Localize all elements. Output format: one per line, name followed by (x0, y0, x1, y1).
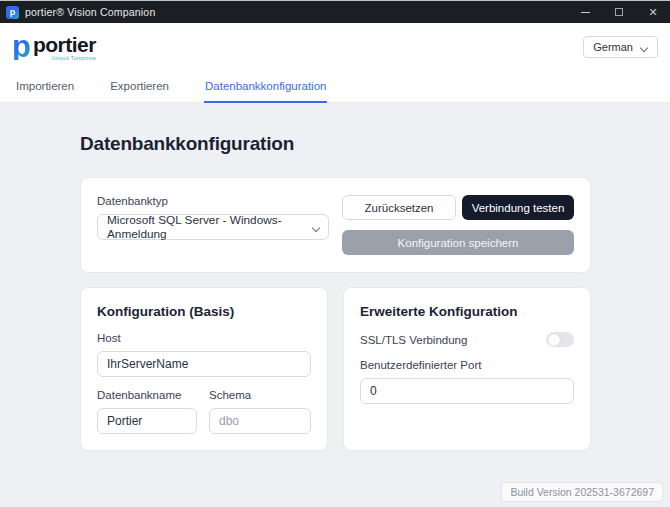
database-type-selected-value: Microsoft SQL Server - Windows-Anmeldung (107, 213, 313, 241)
brand-name: portier (33, 34, 96, 56)
basic-config-card: Konfiguration (Basis) Host Datenbankname… (80, 287, 328, 451)
minimize-button[interactable] (568, 1, 602, 23)
database-type-select[interactable]: Microsoft SQL Server - Windows-Anmeldung (97, 214, 329, 240)
chevron-down-icon (313, 224, 319, 231)
reset-button[interactable]: Zurücksetzen (342, 195, 456, 220)
host-input[interactable] (97, 351, 311, 377)
minimize-icon (581, 12, 590, 13)
advanced-config-title: Erweiterte Konfiguration (360, 304, 574, 319)
schema-field-group: Schema (209, 389, 311, 434)
tab-datenbankkonfiguration[interactable]: Datenbankkonfiguration (204, 71, 327, 103)
database-type-card: Datenbanktyp Microsoft SQL Server - Wind… (80, 177, 591, 273)
dbname-input[interactable] (97, 408, 197, 434)
advanced-config-card: Erweiterte Konfiguration SSL/TLS Verbind… (343, 287, 591, 451)
dbname-label: Datenbankname (97, 389, 197, 401)
titlebar: p portier® Vision Companion ✕ (0, 1, 670, 23)
tab-exportieren[interactable]: Exportieren (109, 71, 170, 103)
schema-label: Schema (209, 389, 311, 401)
app-header: p portier Unlock Tomorrow German (0, 23, 670, 71)
ssl-label: SSL/TLS Verbindung (360, 334, 467, 346)
dbname-field-group: Datenbankname (97, 389, 197, 434)
ssl-toggle-row: SSL/TLS Verbindung (360, 332, 574, 347)
schema-input[interactable] (209, 408, 311, 434)
host-label: Host (97, 332, 311, 344)
config-cards-row: Konfiguration (Basis) Host Datenbankname… (80, 287, 670, 451)
test-connection-button[interactable]: Verbindung testen (462, 195, 574, 220)
database-actions: Zurücksetzen Verbindung testen Konfigura… (342, 195, 574, 255)
port-label: Benutzerdefinierter Port (360, 359, 574, 371)
save-configuration-button[interactable]: Konfiguration speichern (342, 230, 574, 255)
main-content: Datenbankkonfiguration Datenbanktyp Micr… (0, 103, 670, 451)
brand-logo: p portier Unlock Tomorrow (12, 34, 96, 61)
port-field-group: Benutzerdefinierter Port (360, 359, 574, 404)
app-icon: p (6, 6, 19, 19)
ssl-toggle-knob (548, 334, 560, 346)
database-type-label: Datenbanktyp (97, 195, 329, 207)
window-title: portier® Vision Companion (25, 6, 155, 18)
host-field-group: Host (97, 332, 311, 377)
tab-importieren[interactable]: Importieren (15, 71, 75, 103)
window-controls: ✕ (568, 1, 670, 23)
app-window: p portier® Vision Companion ✕ p portier … (0, 0, 670, 507)
maximize-icon (615, 8, 623, 16)
maximize-button[interactable] (602, 1, 636, 23)
chevron-down-icon (641, 44, 648, 51)
language-select[interactable]: German (583, 36, 658, 58)
close-button[interactable]: ✕ (636, 1, 670, 23)
basic-config-title: Konfiguration (Basis) (97, 304, 311, 319)
page-title: Datenbankkonfiguration (80, 133, 670, 155)
build-version-badge: Build Version 202531-3672697 (501, 482, 663, 502)
ssl-toggle[interactable] (546, 332, 574, 347)
language-selected-value: German (593, 41, 633, 53)
brand-tagline: Unlock Tomorrow (51, 55, 96, 61)
tabbar: Importieren Exportieren Datenbankkonfigu… (0, 71, 670, 103)
brand-logo-icon: p (12, 34, 31, 60)
port-input[interactable] (360, 378, 574, 404)
database-type-group: Datenbanktyp Microsoft SQL Server - Wind… (97, 195, 329, 255)
close-icon: ✕ (648, 6, 657, 19)
